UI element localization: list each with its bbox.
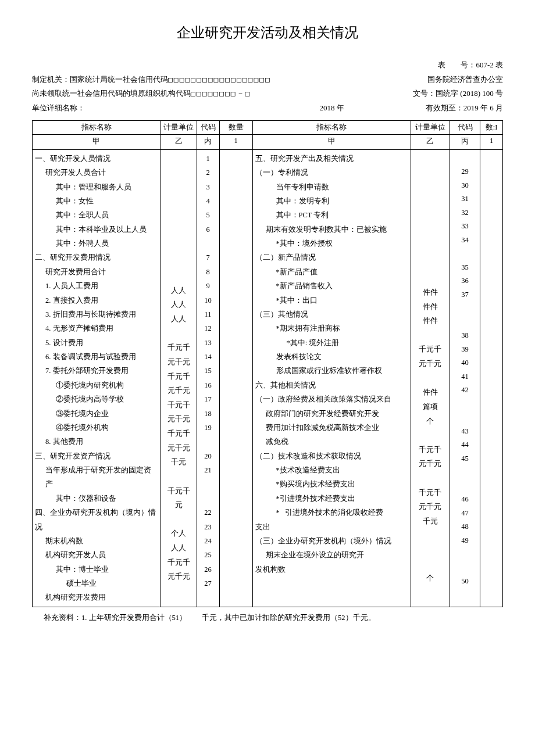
r-r18: （一）政府经费及相关政策落实情况来自 — [255, 392, 408, 406]
hdr-unit-l: 计量单位 — [160, 120, 197, 134]
hdr-qty-r: 数:I — [480, 120, 503, 134]
unit-label: 单位详细名称： — [32, 101, 85, 116]
footnote: 补充资料：1. 上年研究开发费用合计（51） 千元，其中已加计扣除的研究开发费用… — [32, 613, 503, 623]
doc-label: 文号： — [413, 89, 436, 98]
l-r12: 3. 折旧费用与长期待摊费用 — [35, 307, 158, 321]
r-r26: * 引进境外技术的消化吸收经费 — [255, 506, 408, 519]
r-r24: *购买境内技术经费支出 — [255, 477, 408, 491]
l-r30: 机构研究开发费用 — [35, 590, 158, 604]
l-r16: 7. 委托外部研究开发费用 — [35, 364, 158, 378]
page-title: 企业研究开发活动及相关情况 — [32, 23, 503, 42]
hdr-qty-l: 数量 — [219, 120, 252, 134]
sub-nei: 内 — [197, 134, 219, 149]
l-r6: 其中：本科毕业及以上人员 — [35, 223, 158, 237]
sub-one-l: 1 — [219, 134, 252, 149]
l-r20: ④委托境外机构 — [35, 421, 158, 435]
r-r10: *新产品销售收入 — [255, 279, 408, 293]
left-indicators: 一、研究开发人员情况 研究开发人员合计 其中：管理和服务人员 其中：女性 其中：… — [33, 149, 160, 607]
l-r24: 其中：仪器和设备 — [35, 492, 158, 506]
l-r25: 四、企业办研究开发机构（境内）情况 — [35, 506, 158, 534]
hdr-code-l: 代码 — [197, 120, 219, 134]
r-r22: （二）技术改造和技术获取情况 — [255, 449, 408, 463]
form-no: 607-2 表 — [476, 60, 503, 69]
r-r12: （三）其他情况 — [255, 307, 408, 321]
l-r22: 三、研究开发资产情况 — [35, 449, 158, 463]
usc-label: 统一社会信用代码 — [108, 75, 168, 84]
left-codes: 1 2 3 4 5 6 7 8 9 10 11 12 13 14 15 16 1… — [197, 149, 219, 607]
r-r9: *新产品产值 — [255, 265, 408, 279]
l-r26: 期末机构数 — [35, 534, 158, 548]
l-r7: 其中：外聘人员 — [35, 237, 158, 250]
right-units: 件件 件件 件件 千元千 元千元 件件 篇项 个 千元千 元千元 千元千 元千元… — [411, 149, 450, 607]
r-r1: 五、研究开发产出及相关情况 — [255, 152, 408, 166]
r-r8: （二）新产品情况 — [255, 250, 408, 264]
l-r21: 8. 其他费用 — [35, 435, 158, 449]
l-r15: 6. 装备调试费用与试验费用 — [35, 350, 158, 364]
r-r4: 其中：发明专利 — [255, 194, 408, 208]
l-r23: 当年形成用于研究开发的固定资产 — [35, 463, 158, 492]
r-r20: 费用加计扣除减免税高新技术企业 — [255, 421, 408, 435]
r-r27: 支出 — [255, 520, 408, 534]
r-r17: 六、其他相关情况 — [255, 378, 408, 392]
r-r3: 当年专利申请数 — [255, 180, 408, 194]
sub-yi-r: 乙 — [411, 134, 450, 149]
r-r23: *技术改造经费支出 — [255, 463, 408, 477]
left-units: 人人 人人 人人 千元千 元千元 千元千 元千元 千元千 元千元 千元千 元千元… — [160, 149, 197, 607]
meta-block: 表 号：607-2 表 制定机关：国家统计局统一社会信用代码□□□□□□□□□□… — [32, 58, 503, 116]
l-r29: 硕士毕业 — [35, 576, 158, 590]
l-r19: ③委托境内企业 — [35, 407, 158, 421]
left-qty — [219, 149, 252, 607]
sub-jia-l: 甲 — [33, 134, 160, 149]
r-r6: 期末有效发明专利数其中：已被实施 — [255, 223, 408, 237]
l-r18: ②委托境内高等学校 — [35, 392, 158, 406]
right-codes: 29 30 31 32 33 34 35 36 37 38 39 40 41 4… — [450, 149, 480, 607]
l-r17: ①委托境内研究机构 — [35, 378, 158, 392]
year: 2018 年 — [320, 101, 414, 116]
usc-boxes: □□□□□□□□□□□□□□□□□□ — [168, 75, 271, 84]
l-r4: 其中：女性 — [35, 194, 158, 208]
sub-bing: 丙 — [450, 134, 480, 149]
hdr-indicator-r: 指标名称 — [252, 120, 411, 134]
r-r25: *引进境外技术经费支出 — [255, 492, 408, 506]
r-r7: *其中：境外授权 — [255, 237, 408, 250]
agency: 国家统计局 — [70, 75, 108, 84]
sub-yi-l: 乙 — [160, 134, 197, 149]
l-r8: 二、研究开发费用情况 — [35, 250, 158, 264]
r-r15: 发表科技论文 — [255, 350, 408, 364]
l-r3: 其中：管理和服务人员 — [35, 180, 158, 194]
r-r11: *其中：出口 — [255, 293, 408, 307]
l-r1: 一、研究开发人员情况 — [35, 152, 158, 166]
r-r30: 发机构数 — [255, 562, 408, 576]
org-boxes: □□□□□□□□－□ — [191, 89, 251, 98]
l-r10: 1. 人员人工费用 — [35, 279, 158, 293]
right-indicators: 五、研究开发产出及相关情况 （一）专利情况 当年专利申请数 其中：发明专利 其中… — [252, 149, 411, 607]
sub-jia-r: 甲 — [252, 134, 411, 149]
l-r9: 研究开发费用合计 — [35, 265, 158, 279]
r-r19: 政府部门的研究开发经费研究开发 — [255, 407, 408, 421]
valid: 2019 年 6 月 — [463, 103, 503, 112]
hdr-unit-r: 计量单位 — [411, 120, 450, 134]
l-r2: 研究开发人员合计 — [35, 166, 158, 180]
doc-no: 国统字 (2018) 100 号 — [436, 89, 503, 98]
l-r27: 机构研究开发人员 — [35, 548, 158, 562]
r-r28: （三）企业办研究开发机构（境外）情况 — [255, 534, 408, 548]
agency-label: 制定机关： — [32, 75, 70, 84]
r-r2: （一）专利情况 — [255, 166, 408, 180]
valid-label: 有效期至： — [426, 103, 463, 112]
r-r14: *其中: 境外注册 — [255, 336, 408, 350]
not-obtained: 尚未领取统一社会信用代码的填原组织机构代码 — [32, 89, 191, 98]
main-table: 指标名称 计量单位 代码 数量 指标名称 计量单位 代码 数:I 甲 乙 内 1… — [32, 120, 503, 607]
l-r28: 其中：博士毕业 — [35, 562, 158, 576]
form-no-label: 表 号： — [438, 60, 476, 69]
r-r5: 其中：PCT 专利 — [255, 208, 408, 222]
r-r16: 形成国家或行业标准软件著作权 — [255, 364, 408, 378]
l-r14: 5. 设计费用 — [35, 336, 158, 350]
r-r13: *期末拥有注册商标 — [255, 321, 408, 335]
hdr-code-r: 代码 — [450, 120, 480, 134]
l-r5: 其中：全职人员 — [35, 208, 158, 222]
r-r29: 期末企业在境外设立的研究开 — [255, 548, 408, 562]
right-qty — [480, 149, 503, 607]
sub-one-r: 1 — [480, 134, 503, 149]
l-r11: 2. 直接投入费用 — [35, 293, 158, 307]
office: 国务院经济普查办公室 — [416, 73, 503, 87]
